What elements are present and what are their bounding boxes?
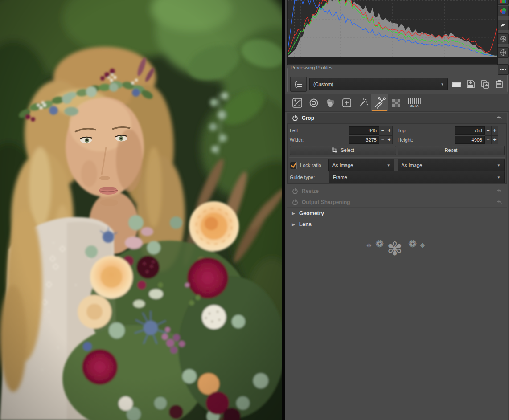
ornament-flower-small-right: ❈: [420, 242, 425, 249]
dropdown-arrow-icon: ▼: [493, 175, 501, 179]
crop-width-decrement-button[interactable]: −: [379, 135, 386, 144]
crop-power-icon[interactable]: [287, 115, 298, 121]
crop-top-spinner: 753 − +: [455, 126, 498, 135]
tab-local-editing[interactable]: [338, 94, 355, 111]
crop-left-input[interactable]: 645: [349, 126, 379, 135]
output-sharpening-power-icon[interactable]: [287, 199, 298, 205]
dropdown-arrow-icon: ▼: [437, 82, 444, 86]
histogram-panel: [287, 0, 498, 65]
resize-power-icon[interactable]: [287, 188, 298, 194]
guide-type-label: Guide type:: [290, 175, 329, 180]
lock-ratio-label: Lock ratio: [300, 163, 328, 168]
output-sharpening-reset-icon[interactable]: [496, 198, 502, 206]
geometry-expander-title: Geometry: [299, 210, 324, 216]
crop-top-label: Top:: [398, 128, 455, 133]
crop-height-spinner: 4908 − +: [455, 136, 498, 144]
crop-section-title: Crop: [302, 115, 314, 121]
paste-profile-button[interactable]: [493, 77, 505, 91]
crop-section-header[interactable]: Crop: [287, 113, 507, 123]
tab-color[interactable]: [322, 94, 338, 111]
tab-raw[interactable]: [388, 94, 404, 111]
lock-ratio-checkbox[interactable]: [290, 162, 297, 169]
profile-fill-mode-button[interactable]: [290, 77, 307, 92]
crop-select-icon: [332, 147, 337, 153]
copy-profile-button[interactable]: [479, 77, 491, 91]
tab-auto-levels-wand[interactable]: [355, 94, 371, 111]
chromaticity-icon[interactable]: [498, 6, 509, 16]
crop-width-increment-button[interactable]: +: [386, 135, 393, 144]
crop-select-button[interactable]: Select: [290, 146, 396, 155]
tab-detail[interactable]: [305, 94, 322, 111]
crop-width-input[interactable]: 3275: [349, 136, 379, 144]
histogram-plot: [288, 0, 497, 57]
tab-transform[interactable]: [371, 94, 388, 111]
crop-left-label: Left:: [290, 128, 349, 133]
crop-height-decrement-button[interactable]: −: [485, 135, 492, 144]
save-profile-button[interactable]: [465, 77, 476, 91]
orientation-value: As Image: [402, 163, 422, 168]
tab-exposure[interactable]: [289, 94, 305, 111]
rgb-channels-icon[interactable]: [498, 0, 509, 5]
orientation-select[interactable]: As Image ▼: [398, 159, 505, 171]
raw-editor-window: Processing Profiles (Custom) ▼: [0, 0, 509, 420]
color-wheel-icon[interactable]: [498, 33, 509, 44]
crop-height-label: Height:: [398, 137, 455, 143]
tool-tab-bar: META: [285, 94, 509, 112]
resize-reset-icon[interactable]: [496, 187, 502, 195]
histogram-scale-bar: [288, 57, 497, 64]
ornament-flower-medium-left: ❁: [375, 238, 384, 250]
crop-width-label: Width:: [290, 137, 349, 143]
crop-height-input[interactable]: 4908: [455, 136, 485, 144]
lens-expander[interactable]: ▶ Lens: [287, 219, 507, 229]
resize-section-title: Resize: [302, 188, 319, 194]
output-sharpening-section-header[interactable]: Output Sharpening: [287, 197, 507, 208]
ratio-select[interactable]: As Image ▼: [328, 159, 394, 171]
metadata-tab-label: META: [410, 104, 419, 107]
guide-type-value: Frame: [333, 175, 347, 180]
crop-top-increment-button[interactable]: +: [492, 126, 498, 135]
processing-profiles-group: Processing Profiles (Custom) ▼: [287, 65, 508, 92]
profile-select[interactable]: (Custom) ▼: [309, 78, 448, 90]
ornament-flower-large-center: ✾: [387, 238, 402, 260]
crop-left-spinner: 645 − +: [349, 126, 393, 135]
crop-tool-body: Left: 645 − + Top: 753 − + Width: 3275 −: [287, 123, 507, 184]
ornament-flower-small-left: ❈: [366, 242, 372, 249]
crop-left-decrement-button[interactable]: −: [379, 126, 386, 135]
processing-profiles-label: Processing Profiles: [289, 65, 334, 70]
right-tool-panel: Processing Profiles (Custom) ▼: [285, 0, 509, 420]
crop-left-increment-button[interactable]: +: [386, 126, 393, 135]
crop-reset-icon[interactable]: [496, 114, 502, 122]
crop-height-increment-button[interactable]: +: [492, 135, 498, 144]
luminosity-curve-icon[interactable]: [498, 20, 509, 30]
profile-selected-value: (Custom): [313, 82, 333, 87]
chevron-right-icon: ▶: [287, 222, 295, 227]
crop-width-spinner: 3275 − +: [349, 136, 393, 144]
lens-expander-title: Lens: [299, 221, 312, 228]
crop-separator: [289, 157, 505, 158]
crosshair-indicator-icon[interactable]: [498, 47, 509, 58]
guide-type-select[interactable]: Frame ▼: [329, 171, 505, 183]
crop-reset-button[interactable]: Reset: [398, 146, 505, 155]
crop-top-input[interactable]: 753: [455, 126, 485, 135]
photo-preview[interactable]: [0, 0, 282, 420]
tab-metadata[interactable]: META: [404, 94, 424, 111]
bar-mode-icon[interactable]: [498, 64, 509, 75]
ratio-value: As Image: [332, 163, 353, 168]
chevron-right-icon: ▶: [287, 211, 295, 216]
crop-reset-label: Reset: [445, 147, 458, 153]
output-sharpening-section-title: Output Sharpening: [302, 199, 350, 205]
resize-section-header[interactable]: Resize: [287, 186, 507, 196]
dropdown-arrow-icon: ▼: [493, 163, 501, 167]
open-profile-button[interactable]: [451, 77, 462, 91]
crop-select-label: Select: [341, 147, 354, 153]
crop-top-decrement-button[interactable]: −: [485, 126, 492, 135]
geometry-expander[interactable]: ▶ Geometry: [287, 208, 507, 218]
dropdown-arrow-icon: ▼: [383, 163, 390, 167]
ornament-flower-medium-right: ❁: [408, 238, 417, 250]
